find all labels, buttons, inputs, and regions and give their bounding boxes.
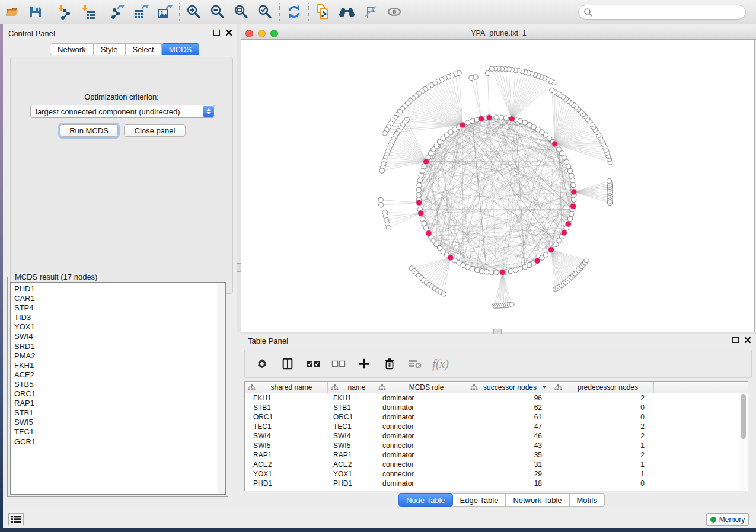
mcds-result-item[interactable]: GCR1 <box>14 437 225 447</box>
network-view-canvas[interactable] <box>241 40 755 332</box>
save-icon[interactable] <box>24 2 47 22</box>
float-panel-icon[interactable] <box>213 30 220 36</box>
show-panels-list-button[interactable] <box>8 513 24 525</box>
table-row[interactable]: RAP1RAP1dominator352 <box>245 450 748 460</box>
table-cell: connector <box>375 470 467 478</box>
tab-select[interactable]: Select <box>126 43 162 55</box>
node-table-body: FKH1FKH1dominator962STB1STB1dominator620… <box>245 393 748 488</box>
table-cell: 2 <box>551 432 654 440</box>
criterion-select[interactable]: largest connected component (undirected) <box>30 105 215 118</box>
mcds-result-item[interactable]: YOX1 <box>14 322 225 332</box>
export-table-icon[interactable] <box>129 2 153 22</box>
table-panel-tabs: Node TableEdge TableNetwork TableMotifs <box>398 493 605 507</box>
control-panel-header: Control Panel <box>3 27 237 40</box>
mcds-result-item[interactable]: SWI4 <box>14 332 225 341</box>
search-binoculars-icon[interactable] <box>335 2 359 22</box>
mcds-result-item[interactable]: FKH1 <box>14 361 225 370</box>
run-mcds-button[interactable]: Run MCDS <box>60 124 118 137</box>
mcds-result-item[interactable]: STP4 <box>14 303 225 313</box>
open-file-icon[interactable] <box>0 2 24 22</box>
export-network-icon[interactable] <box>106 2 129 22</box>
tab-style[interactable]: Style <box>94 43 126 55</box>
table-cell: 2 <box>551 451 654 459</box>
table-row[interactable]: SWI4SWI4dominator462 <box>245 431 748 441</box>
zoom-out-icon[interactable] <box>206 2 229 22</box>
table-row[interactable]: TEC1TEC1connector472 <box>245 422 748 431</box>
table-cell: YOX1 <box>328 470 375 478</box>
result-list-scrollbar[interactable] <box>218 283 225 495</box>
table-row[interactable]: STB1STB1dominator620 <box>245 403 748 412</box>
search-field[interactable] <box>578 5 746 20</box>
tab-node-table[interactable]: Node Table <box>398 493 453 507</box>
table-row[interactable]: ORC1ORC1dominator610 <box>245 412 748 422</box>
table-row[interactable]: ACE2ACE2connector311 <box>245 460 748 469</box>
table-scrollbar-thumb[interactable] <box>741 394 746 439</box>
column-header-name[interactable]: name <box>328 382 375 393</box>
tab-motifs[interactable]: Motifs <box>570 493 605 507</box>
column-attribute-icon <box>248 384 256 390</box>
import-network-icon[interactable] <box>53 2 76 22</box>
mcds-result-group: MCDS result (17 nodes) PHD1CAR1STP4TID3Y… <box>7 277 228 497</box>
network-from-file-icon[interactable] <box>311 2 335 22</box>
table-cell: 1 <box>551 470 654 478</box>
network-window-titlebar[interactable]: YPA_prune.txt_1 <box>241 27 756 40</box>
show-column-panel-icon[interactable] <box>280 356 295 371</box>
mcds-result-item[interactable]: STB5 <box>14 380 225 389</box>
node-table-header: shared namenameMCDS rolesuccessor nodesp… <box>245 382 748 393</box>
table-row[interactable]: FKH1FKH1dominator962 <box>245 393 748 403</box>
export-image-icon[interactable] <box>153 2 177 22</box>
mcds-result-item[interactable]: RAP1 <box>14 399 225 408</box>
tab-edge-table[interactable]: Edge Table <box>453 493 506 507</box>
zoom-in-icon[interactable] <box>182 2 206 22</box>
import-table-icon[interactable] <box>76 2 100 22</box>
control-panel-tabs: NetworkStyleSelectMCDS <box>50 43 199 55</box>
mcds-result-item[interactable]: ORC1 <box>14 389 225 399</box>
table-cell: 43 <box>467 441 551 450</box>
mcds-result-item[interactable]: ACE2 <box>14 370 225 380</box>
delete-table-icon[interactable] <box>407 356 423 371</box>
mcds-result-item[interactable]: TID3 <box>14 313 225 322</box>
delete-column-icon[interactable] <box>382 356 397 371</box>
table-cell: TEC1 <box>328 422 375 431</box>
show-hidden-eye-icon[interactable] <box>382 2 406 22</box>
node-table: shared namenameMCDS rolesuccessor nodesp… <box>244 381 748 491</box>
mcds-result-list[interactable]: PHD1CAR1STP4TID3YOX1SWI4SRD1PMA2FKH1ACE2… <box>10 282 226 495</box>
close-table-panel-icon[interactable] <box>744 336 751 344</box>
settings-gear-icon[interactable] <box>254 356 270 371</box>
table-scrollbar[interactable] <box>739 394 747 491</box>
memory-button[interactable]: Memory <box>706 513 749 526</box>
deselect-all-checks-icon[interactable] <box>331 356 346 371</box>
mcds-result-item[interactable]: TEC1 <box>14 427 225 437</box>
tab-network[interactable]: Network <box>50 43 94 55</box>
mcds-result-item[interactable]: PMA2 <box>14 351 225 361</box>
function-builder-icon[interactable]: f(x) <box>433 356 448 371</box>
tab-mcds[interactable]: MCDS <box>162 43 199 55</box>
table-row[interactable]: SWI5SWI5connector431 <box>245 441 748 450</box>
mcds-result-item[interactable]: SWI5 <box>14 418 225 427</box>
column-header-shared-name[interactable]: shared name <box>245 382 328 393</box>
column-header-successor-nodes[interactable]: successor nodes <box>467 382 551 393</box>
close-panel-button[interactable]: Close panel <box>124 124 186 137</box>
column-header-MCDS-role[interactable]: MCDS role <box>375 382 467 393</box>
refresh-icon[interactable] <box>282 2 306 22</box>
table-row[interactable]: YOX1YOX1connector291 <box>245 469 748 479</box>
table-cell: 0 <box>551 403 654 412</box>
mcds-result-item[interactable]: STB1 <box>14 408 225 418</box>
vertical-split-divider[interactable] <box>237 24 241 332</box>
mcds-result-item[interactable]: PHD1 <box>14 284 225 294</box>
table-cell: 1 <box>551 460 654 469</box>
search-input[interactable] <box>593 7 745 18</box>
float-table-panel-icon[interactable] <box>732 337 739 343</box>
column-header-predecessor-nodes[interactable]: predecessor nodes <box>551 382 654 393</box>
select-all-checks-icon[interactable] <box>305 356 321 371</box>
add-column-icon[interactable] <box>356 356 372 371</box>
zoom-selected-icon[interactable] <box>253 2 277 22</box>
table-row[interactable]: PHD1PHD1dominator180 <box>245 479 748 488</box>
table-cell: PHD1 <box>245 479 328 488</box>
mcds-result-item[interactable]: SRD1 <box>14 342 225 351</box>
hide-annotations-icon[interactable] <box>359 2 382 22</box>
close-panel-icon[interactable] <box>225 29 232 36</box>
zoom-fit-icon[interactable] <box>229 2 253 22</box>
mcds-result-item[interactable]: CAR1 <box>14 294 225 303</box>
tab-network-table[interactable]: Network Table <box>506 493 569 507</box>
